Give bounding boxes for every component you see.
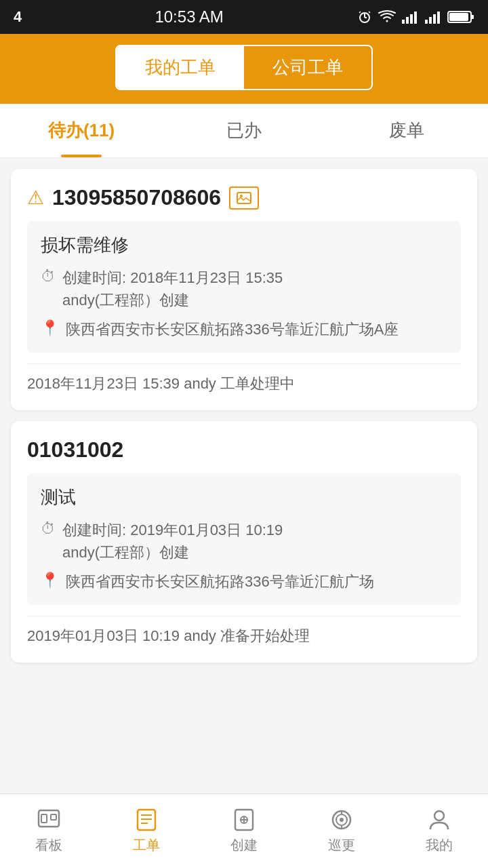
work-order-card-2[interactable]: 01031002 测试 ⏱ 创建时间: 2019年01月03日 10:19 an… (11, 421, 477, 663)
sub-tab-done[interactable]: 已办 (163, 104, 325, 157)
photo-icon (237, 192, 251, 204)
kanban-icon (37, 808, 61, 832)
svg-rect-5 (402, 20, 405, 24)
card-2-title: 测试 (41, 486, 447, 509)
card-1-time-row: ⏱ 创建时间: 2018年11月23日 15:35 andy(工程部）创建 (41, 267, 447, 311)
card-2-creator: andy(工程部）创建 (62, 541, 283, 564)
svg-line-3 (359, 12, 361, 13)
card-1-location-row: 📍 陕西省西安市长安区航拓路336号靠近汇航广场A座 (41, 318, 447, 340)
work-order-list: ⚠ 13095850708606 损坏需维修 ⏱ 创建时间: 2018年11月2… (0, 158, 488, 744)
location-icon-2: 📍 (41, 572, 59, 589)
signal-icon-1 (401, 9, 419, 25)
card-1-title: 损坏需维修 (41, 233, 447, 257)
card-2-detail: 测试 ⏱ 创建时间: 2019年01月03日 10:19 andy(工程部）创建… (27, 473, 461, 605)
mine-icon (427, 808, 451, 832)
image-icon (229, 186, 259, 210)
card-1-location: 陕西省西安市长安区航拓路336号靠近汇航广场A座 (66, 318, 399, 340)
svg-rect-15 (449, 13, 468, 21)
status-bar: 4 10:53 AM (0, 0, 488, 34)
svg-rect-19 (41, 814, 47, 823)
main-tab-switcher: 我的工单 公司工单 (115, 45, 373, 90)
card-2-header: 01031002 (27, 437, 461, 462)
svg-rect-10 (429, 17, 432, 24)
card-1-header: ⚠ 13095850708606 (27, 185, 461, 210)
clock-icon: ⏱ (41, 268, 56, 285)
header: 我的工单 公司工单 (0, 34, 488, 104)
workorder-icon (134, 808, 159, 832)
tab-my-orders[interactable]: 我的工单 (117, 46, 244, 89)
card-1-create-time: 创建时间: 2018年11月23日 15:35 (62, 267, 283, 289)
svg-rect-8 (414, 12, 417, 24)
card-1-detail: 损坏需维修 ⏱ 创建时间: 2018年11月23日 15:35 andy(工程部… (27, 221, 461, 353)
nav-label-kanban: 看板 (35, 836, 62, 854)
card-1-id: 13095850708606 (52, 185, 221, 210)
nav-item-patrol[interactable]: 巡更 (293, 801, 390, 861)
svg-rect-20 (51, 814, 56, 820)
nav-label-create: 创建 (230, 836, 258, 854)
nav-item-kanban[interactable]: 看板 (0, 801, 98, 861)
signal-icon-2 (424, 9, 442, 25)
tab-company-orders[interactable]: 公司工单 (244, 46, 371, 89)
sub-tabs: 待办(11) 已办 废单 (0, 104, 488, 158)
card-2-location: 陕西省西安市长安区航拓路336号靠近汇航广场 (66, 570, 374, 593)
svg-point-31 (340, 818, 344, 822)
svg-rect-9 (425, 20, 428, 24)
nav-label-workorder: 工单 (133, 836, 160, 854)
card-2-footer: 2019年01月03日 10:19 andy 准备开始处理 (27, 616, 461, 646)
card-1-creator: andy(工程部）创建 (62, 289, 283, 311)
clock-icon-2: ⏱ (41, 520, 56, 538)
patrol-icon (329, 808, 354, 832)
svg-point-34 (434, 811, 444, 821)
nav-item-create[interactable]: 创建 (195, 801, 293, 861)
bottom-nav: 看板 工单 创建 巡更 (0, 793, 488, 868)
sub-tab-pending[interactable]: 待办(11) (0, 104, 163, 157)
wifi-icon (378, 9, 396, 25)
svg-rect-12 (437, 12, 440, 24)
status-indicator: 4 (14, 8, 22, 26)
card-1-footer: 2018年11月23日 15:39 andy 工单处理中 (27, 363, 461, 394)
status-time: 10:53 AM (155, 7, 223, 26)
warning-icon: ⚠ (27, 186, 44, 209)
sub-tab-cancelled[interactable]: 废单 (325, 104, 488, 157)
nav-label-mine: 我的 (426, 836, 453, 854)
svg-rect-7 (410, 14, 413, 24)
alarm-icon (357, 9, 373, 25)
svg-rect-11 (433, 14, 436, 24)
card-2-create-time: 创建时间: 2019年01月03日 10:19 (62, 519, 283, 541)
card-2-id: 01031002 (27, 437, 123, 462)
work-order-card-1[interactable]: ⚠ 13095850708606 损坏需维修 ⏱ 创建时间: 2018年11月2… (11, 169, 477, 410)
location-icon: 📍 (41, 319, 59, 337)
svg-rect-14 (471, 15, 474, 19)
nav-item-workorder[interactable]: 工单 (98, 801, 195, 861)
card-2-time-row: ⏱ 创建时间: 2019年01月03日 10:19 andy(工程部）创建 (41, 519, 447, 564)
nav-label-patrol: 巡更 (328, 836, 355, 854)
svg-rect-6 (406, 17, 409, 24)
card-2-location-row: 📍 陕西省西安市长安区航拓路336号靠近汇航广场 (41, 570, 447, 593)
nav-item-mine[interactable]: 我的 (390, 801, 488, 861)
status-icons (357, 9, 474, 25)
battery-icon (447, 9, 474, 24)
svg-line-4 (369, 12, 370, 13)
create-icon (232, 808, 256, 832)
